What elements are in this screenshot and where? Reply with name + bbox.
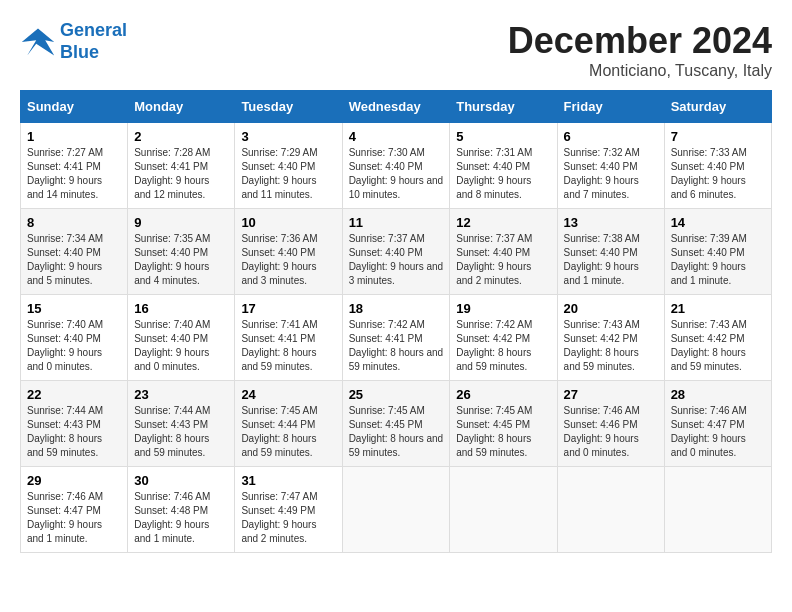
calendar-cell: 27 Sunrise: 7:46 AMSunset: 4:46 PMDaylig… — [557, 381, 664, 467]
cell-info: Sunrise: 7:45 AMSunset: 4:44 PMDaylight:… — [241, 405, 317, 458]
day-number: 22 — [27, 387, 121, 402]
cell-info: Sunrise: 7:46 AMSunset: 4:47 PMDaylight:… — [27, 491, 103, 544]
cell-info: Sunrise: 7:36 AMSunset: 4:40 PMDaylight:… — [241, 233, 317, 286]
day-number: 9 — [134, 215, 228, 230]
calendar-cell: 14 Sunrise: 7:39 AMSunset: 4:40 PMDaylig… — [664, 209, 771, 295]
day-header-monday: Monday — [128, 91, 235, 123]
day-number: 24 — [241, 387, 335, 402]
cell-info: Sunrise: 7:45 AMSunset: 4:45 PMDaylight:… — [456, 405, 532, 458]
cell-info: Sunrise: 7:34 AMSunset: 4:40 PMDaylight:… — [27, 233, 103, 286]
cell-info: Sunrise: 7:32 AMSunset: 4:40 PMDaylight:… — [564, 147, 640, 200]
logo-icon — [20, 24, 56, 60]
calendar-cell: 4 Sunrise: 7:30 AMSunset: 4:40 PMDayligh… — [342, 123, 450, 209]
calendar-week-2: 8 Sunrise: 7:34 AMSunset: 4:40 PMDayligh… — [21, 209, 772, 295]
day-header-sunday: Sunday — [21, 91, 128, 123]
calendar-cell: 15 Sunrise: 7:40 AMSunset: 4:40 PMDaylig… — [21, 295, 128, 381]
day-header-saturday: Saturday — [664, 91, 771, 123]
calendar-cell: 19 Sunrise: 7:42 AMSunset: 4:42 PMDaylig… — [450, 295, 557, 381]
calendar-cell: 17 Sunrise: 7:41 AMSunset: 4:41 PMDaylig… — [235, 295, 342, 381]
calendar-cell: 9 Sunrise: 7:35 AMSunset: 4:40 PMDayligh… — [128, 209, 235, 295]
calendar-cell: 16 Sunrise: 7:40 AMSunset: 4:40 PMDaylig… — [128, 295, 235, 381]
day-header-friday: Friday — [557, 91, 664, 123]
calendar-cell: 5 Sunrise: 7:31 AMSunset: 4:40 PMDayligh… — [450, 123, 557, 209]
header-row: SundayMondayTuesdayWednesdayThursdayFrid… — [21, 91, 772, 123]
calendar-cell — [450, 467, 557, 553]
cell-info: Sunrise: 7:38 AMSunset: 4:40 PMDaylight:… — [564, 233, 640, 286]
day-number: 13 — [564, 215, 658, 230]
cell-info: Sunrise: 7:45 AMSunset: 4:45 PMDaylight:… — [349, 405, 444, 458]
cell-info: Sunrise: 7:29 AMSunset: 4:40 PMDaylight:… — [241, 147, 317, 200]
day-number: 2 — [134, 129, 228, 144]
day-number: 3 — [241, 129, 335, 144]
calendar-cell — [557, 467, 664, 553]
day-number: 28 — [671, 387, 765, 402]
calendar-cell: 3 Sunrise: 7:29 AMSunset: 4:40 PMDayligh… — [235, 123, 342, 209]
day-number: 7 — [671, 129, 765, 144]
day-number: 4 — [349, 129, 444, 144]
day-number: 19 — [456, 301, 550, 316]
cell-info: Sunrise: 7:33 AMSunset: 4:40 PMDaylight:… — [671, 147, 747, 200]
calendar-cell — [342, 467, 450, 553]
cell-info: Sunrise: 7:46 AMSunset: 4:46 PMDaylight:… — [564, 405, 640, 458]
calendar-cell: 12 Sunrise: 7:37 AMSunset: 4:40 PMDaylig… — [450, 209, 557, 295]
calendar-cell: 31 Sunrise: 7:47 AMSunset: 4:49 PMDaylig… — [235, 467, 342, 553]
logo-text: General Blue — [60, 20, 127, 63]
cell-info: Sunrise: 7:27 AMSunset: 4:41 PMDaylight:… — [27, 147, 103, 200]
calendar-cell: 11 Sunrise: 7:37 AMSunset: 4:40 PMDaylig… — [342, 209, 450, 295]
cell-info: Sunrise: 7:30 AMSunset: 4:40 PMDaylight:… — [349, 147, 444, 200]
calendar-week-3: 15 Sunrise: 7:40 AMSunset: 4:40 PMDaylig… — [21, 295, 772, 381]
calendar-cell: 10 Sunrise: 7:36 AMSunset: 4:40 PMDaylig… — [235, 209, 342, 295]
calendar-cell: 30 Sunrise: 7:46 AMSunset: 4:48 PMDaylig… — [128, 467, 235, 553]
title-section: December 2024 Monticiano, Tuscany, Italy — [508, 20, 772, 80]
cell-info: Sunrise: 7:44 AMSunset: 4:43 PMDaylight:… — [134, 405, 210, 458]
calendar-cell: 28 Sunrise: 7:46 AMSunset: 4:47 PMDaylig… — [664, 381, 771, 467]
day-number: 5 — [456, 129, 550, 144]
cell-info: Sunrise: 7:31 AMSunset: 4:40 PMDaylight:… — [456, 147, 532, 200]
calendar-cell: 25 Sunrise: 7:45 AMSunset: 4:45 PMDaylig… — [342, 381, 450, 467]
header: General Blue December 2024 Monticiano, T… — [20, 20, 772, 80]
calendar-cell: 22 Sunrise: 7:44 AMSunset: 4:43 PMDaylig… — [21, 381, 128, 467]
cell-info: Sunrise: 7:44 AMSunset: 4:43 PMDaylight:… — [27, 405, 103, 458]
cell-info: Sunrise: 7:43 AMSunset: 4:42 PMDaylight:… — [564, 319, 640, 372]
cell-info: Sunrise: 7:42 AMSunset: 4:41 PMDaylight:… — [349, 319, 444, 372]
cell-info: Sunrise: 7:37 AMSunset: 4:40 PMDaylight:… — [456, 233, 532, 286]
svg-marker-0 — [22, 28, 54, 55]
calendar-cell: 29 Sunrise: 7:46 AMSunset: 4:47 PMDaylig… — [21, 467, 128, 553]
day-number: 31 — [241, 473, 335, 488]
calendar-table: SundayMondayTuesdayWednesdayThursdayFrid… — [20, 90, 772, 553]
day-header-tuesday: Tuesday — [235, 91, 342, 123]
calendar-cell: 1 Sunrise: 7:27 AMSunset: 4:41 PMDayligh… — [21, 123, 128, 209]
month-title: December 2024 — [508, 20, 772, 62]
day-number: 26 — [456, 387, 550, 402]
cell-info: Sunrise: 7:37 AMSunset: 4:40 PMDaylight:… — [349, 233, 444, 286]
cell-info: Sunrise: 7:46 AMSunset: 4:47 PMDaylight:… — [671, 405, 747, 458]
location-title: Monticiano, Tuscany, Italy — [508, 62, 772, 80]
calendar-cell: 18 Sunrise: 7:42 AMSunset: 4:41 PMDaylig… — [342, 295, 450, 381]
day-number: 25 — [349, 387, 444, 402]
cell-info: Sunrise: 7:46 AMSunset: 4:48 PMDaylight:… — [134, 491, 210, 544]
day-number: 11 — [349, 215, 444, 230]
cell-info: Sunrise: 7:35 AMSunset: 4:40 PMDaylight:… — [134, 233, 210, 286]
calendar-cell: 21 Sunrise: 7:43 AMSunset: 4:42 PMDaylig… — [664, 295, 771, 381]
calendar-cell — [664, 467, 771, 553]
day-number: 20 — [564, 301, 658, 316]
calendar-cell: 26 Sunrise: 7:45 AMSunset: 4:45 PMDaylig… — [450, 381, 557, 467]
calendar-cell: 7 Sunrise: 7:33 AMSunset: 4:40 PMDayligh… — [664, 123, 771, 209]
day-number: 23 — [134, 387, 228, 402]
day-number: 21 — [671, 301, 765, 316]
day-header-wednesday: Wednesday — [342, 91, 450, 123]
calendar-cell: 24 Sunrise: 7:45 AMSunset: 4:44 PMDaylig… — [235, 381, 342, 467]
day-number: 27 — [564, 387, 658, 402]
cell-info: Sunrise: 7:47 AMSunset: 4:49 PMDaylight:… — [241, 491, 317, 544]
calendar-week-1: 1 Sunrise: 7:27 AMSunset: 4:41 PMDayligh… — [21, 123, 772, 209]
calendar-week-5: 29 Sunrise: 7:46 AMSunset: 4:47 PMDaylig… — [21, 467, 772, 553]
day-number: 15 — [27, 301, 121, 316]
day-number: 1 — [27, 129, 121, 144]
cell-info: Sunrise: 7:43 AMSunset: 4:42 PMDaylight:… — [671, 319, 747, 372]
day-number: 10 — [241, 215, 335, 230]
day-number: 14 — [671, 215, 765, 230]
calendar-cell: 20 Sunrise: 7:43 AMSunset: 4:42 PMDaylig… — [557, 295, 664, 381]
cell-info: Sunrise: 7:41 AMSunset: 4:41 PMDaylight:… — [241, 319, 317, 372]
cell-info: Sunrise: 7:42 AMSunset: 4:42 PMDaylight:… — [456, 319, 532, 372]
day-number: 8 — [27, 215, 121, 230]
